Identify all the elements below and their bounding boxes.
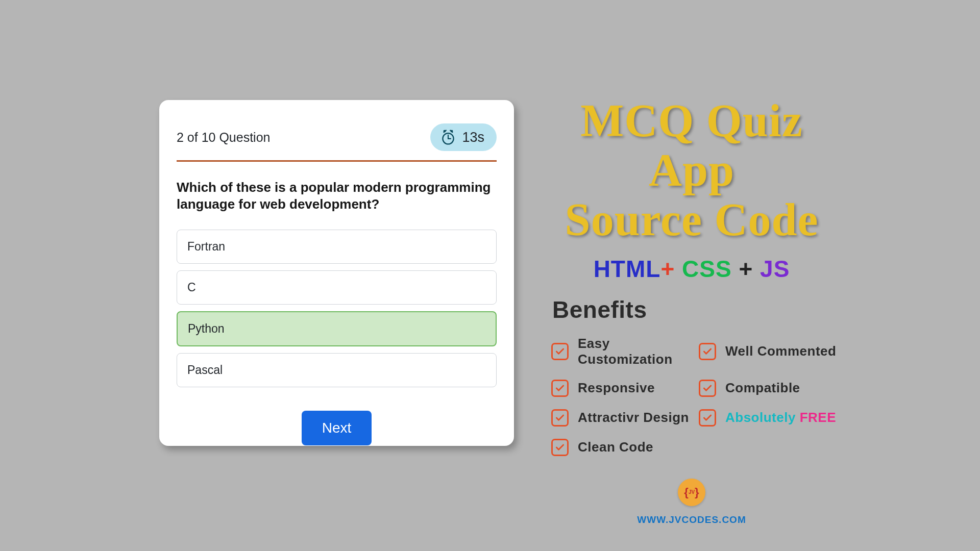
- site-url: WWW.JVCODES.COM: [542, 514, 841, 525]
- brace-left-icon: {: [684, 486, 689, 499]
- benefit-label: Clean Code: [578, 439, 653, 455]
- svg-point-3: [444, 130, 446, 133]
- benefits-grid: Easy Customization Well Commented Respon…: [551, 336, 841, 456]
- jv-logo-icon: { JV }: [678, 479, 705, 506]
- question-text: Which of these is a popular modern progr…: [177, 179, 497, 213]
- clock-icon: [439, 129, 457, 146]
- benefit-responsive: Responsive: [551, 380, 694, 397]
- benefit-easy-customization: Easy Customization: [551, 336, 694, 367]
- svg-point-4: [451, 130, 453, 133]
- header-divider: [177, 160, 497, 162]
- subtitle-css: CSS: [682, 256, 732, 282]
- promo-title-line1: MCQ Quiz App: [542, 96, 841, 195]
- quiz-header: 2 of 10 Question 13s: [177, 123, 497, 151]
- timer-pill: 13s: [430, 123, 497, 151]
- benefit-well-commented: Well Commented: [699, 336, 841, 367]
- benefit-label: Attractivr Design: [578, 410, 689, 425]
- check-icon: [699, 380, 716, 397]
- benefit-label: Easy Customization: [578, 336, 694, 367]
- free-prefix: Absolutely: [725, 410, 800, 425]
- check-icon: [551, 409, 569, 427]
- next-button[interactable]: Next: [302, 411, 372, 445]
- question-progress: 2 of 10 Question: [177, 130, 270, 145]
- promo-panel: MCQ Quiz App Source Code HTML+ CSS + JS …: [542, 96, 841, 453]
- subtitle-plus1: +: [660, 256, 682, 282]
- benefit-label: Compatible: [725, 380, 800, 396]
- timer-value: 13s: [462, 130, 484, 145]
- benefit-attractive-design: Attractivr Design: [551, 409, 694, 427]
- check-icon: [551, 439, 569, 456]
- options-list: Fortran C Python Pascal: [177, 230, 497, 387]
- subtitle-html: HTML: [594, 256, 661, 282]
- brace-right-icon: }: [695, 486, 699, 499]
- subtitle-js: JS: [760, 256, 790, 282]
- benefit-label: Absolutely FREE: [725, 410, 836, 425]
- benefit-compatible: Compatible: [699, 380, 841, 397]
- option-c[interactable]: Python: [177, 311, 497, 346]
- logo-block: { JV } WWW.JVCODES.COM: [542, 479, 841, 525]
- promo-title-line2: Source Code: [542, 195, 841, 244]
- check-icon: [699, 409, 716, 427]
- benefit-clean-code: Clean Code: [551, 439, 694, 456]
- option-d[interactable]: Pascal: [177, 353, 497, 387]
- benefits-heading: Benefits: [552, 296, 841, 323]
- free-word: FREE: [800, 410, 836, 425]
- check-icon: [551, 380, 569, 397]
- check-icon: [699, 343, 716, 360]
- check-icon: [551, 343, 569, 360]
- benefit-label: Responsive: [578, 380, 655, 396]
- quiz-card: 2 of 10 Question 13s Which of the: [159, 100, 514, 446]
- option-b[interactable]: C: [177, 270, 497, 305]
- benefit-label: Well Commented: [725, 343, 836, 359]
- option-a[interactable]: Fortran: [177, 230, 497, 264]
- logo-text: JV: [689, 489, 695, 495]
- subtitle-plus2: +: [732, 256, 760, 282]
- promo-subtitle: HTML+ CSS + JS: [542, 255, 841, 283]
- benefit-absolutely-free: Absolutely FREE: [699, 409, 841, 427]
- promo-title: MCQ Quiz App Source Code: [542, 96, 841, 245]
